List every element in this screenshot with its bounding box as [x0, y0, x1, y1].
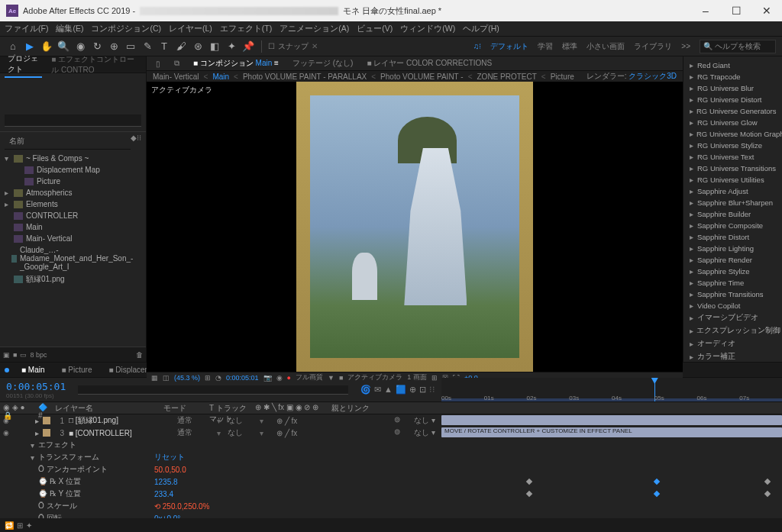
tl-dot[interactable]: [5, 368, 9, 372]
workspace-tab[interactable]: ライブラリ: [634, 41, 672, 52]
tree-item[interactable]: ▾~ Files & Comps ~: [0, 153, 146, 164]
timecode[interactable]: 0:00:05:01: [6, 381, 66, 392]
fx-category[interactable]: ▸カラー補正: [683, 350, 782, 362]
property-row[interactable]: Ö 回転 0x+0.0°: [0, 512, 782, 518]
current-time[interactable]: 0:00:05:01: [226, 374, 259, 382]
workspace-tab[interactable]: >>: [681, 42, 690, 50]
tree-item[interactable]: Picture: [0, 176, 146, 187]
workspace-tab[interactable]: 標準: [562, 41, 577, 52]
trash-icon[interactable]: 🗑: [136, 351, 143, 359]
workspace-tab[interactable]: 学習: [538, 41, 553, 52]
fx-category[interactable]: ▸RG Universe Generators: [683, 105, 782, 117]
menu-item[interactable]: ヘルプ(H): [463, 24, 499, 34]
menu-item[interactable]: アニメーション(A): [280, 24, 349, 34]
menu-item[interactable]: ウィンドウ(W): [400, 24, 455, 34]
tree-item[interactable]: Main- Vertical: [0, 233, 146, 244]
window-minimize[interactable]: –: [690, 0, 721, 21]
comp-marker-icon[interactable]: ▯: [151, 58, 165, 69]
zoom-level[interactable]: (45.3 %): [174, 374, 200, 382]
breadcrumb[interactable]: Photo VOLUME PAINT - PARALLAX: [243, 73, 367, 81]
vc-icon[interactable]: ◉: [276, 374, 283, 382]
rect-tool[interactable]: ▭: [124, 40, 137, 53]
tlh-icon[interactable]: ⊕: [409, 385, 416, 395]
col-track[interactable]: T トラックマット: [206, 402, 252, 414]
breadcrumb[interactable]: ZONE PROTECT: [477, 73, 537, 81]
col-name[interactable]: 名前: [5, 134, 131, 150]
tree-item[interactable]: ▸Elements: [0, 198, 146, 210]
anchor-tool[interactable]: ⊕: [107, 40, 121, 53]
zoom-tool[interactable]: 🔍: [57, 40, 70, 53]
tlf-icon[interactable]: ⊞: [17, 521, 23, 530]
property-row[interactable]: ◂ ◆ ▸ ⌚ ℞ X 位置 1235.8: [0, 476, 782, 488]
vc-icon[interactable]: 📷: [263, 374, 272, 382]
property-row[interactable]: Ö スケール ⟲ 250.0,250.0%: [0, 500, 782, 512]
tlh-icon[interactable]: ▲: [384, 385, 393, 395]
footer-icon[interactable]: ▣: [3, 351, 10, 359]
timeline-tab[interactable]: ■ Picture: [57, 364, 97, 376]
orbit-tool[interactable]: ◉: [73, 40, 87, 53]
footage-tab[interactable]: フッテージ (なし): [288, 56, 357, 70]
vc-icon[interactable]: ▦: [151, 374, 158, 382]
help-search[interactable]: 🔍 ヘルプを検索: [700, 40, 776, 53]
property-row[interactable]: ▾ トランスフォーム リセット: [0, 451, 782, 463]
fx-category[interactable]: ▸RG Universe Text: [683, 151, 782, 163]
fx-category[interactable]: ▸Sapphire Render: [683, 254, 782, 266]
comp-tab[interactable]: ■ コンポジション Main ≡: [189, 56, 283, 70]
layer-row[interactable]: ◉ ▸ 1 □ [額縁01.png] 通常▾ なし▾ ⊕ ╱ fx ⊚ なし ▾: [0, 414, 782, 427]
puppet-tool[interactable]: 📌: [241, 40, 255, 53]
tlh-icon[interactable]: 🟦: [396, 385, 406, 395]
fx-category[interactable]: ▸Sapphire Composite: [683, 220, 782, 231]
menu-item[interactable]: コンポジション(C): [91, 24, 161, 34]
window-close[interactable]: ✕: [751, 0, 782, 21]
vc-icon[interactable]: ◫: [163, 374, 170, 382]
clone-tool[interactable]: ⊛: [191, 40, 205, 53]
fx-category[interactable]: ▸Sapphire Lighting: [683, 243, 782, 254]
type-tool[interactable]: T: [157, 40, 171, 53]
fx-category[interactable]: ▸RG Universe Glow: [683, 117, 782, 128]
tree-item[interactable]: 額縁01.png: [0, 272, 146, 286]
tree-item[interactable]: Displacement Map: [0, 164, 146, 176]
layer-tab[interactable]: ■ レイヤー COLOR CORRECTIONS: [362, 56, 496, 70]
vc-icon[interactable]: ⊞: [431, 374, 438, 382]
tree-item[interactable]: CONTROLLER: [0, 210, 146, 221]
menu-item[interactable]: エフェクト(T): [220, 24, 272, 34]
tlh-icon[interactable]: ⊡: [419, 385, 426, 395]
roto-tool[interactable]: ✦: [225, 40, 238, 53]
menu-item[interactable]: ビュー(V): [357, 24, 393, 34]
fx-category[interactable]: ▸RG Universe Stylize: [683, 140, 782, 151]
fx-category[interactable]: ▸RG Trapcode: [683, 71, 782, 82]
vc-icon[interactable]: ⊞: [205, 374, 211, 382]
fx-category[interactable]: ▸RG Universe Motion Graphics: [683, 128, 782, 140]
layer-row[interactable]: ◉ ▸ 3 ■ [CONTROLLER] 通常▾ なし▾ ⊕ ╱ fx ⊚ なし…: [0, 427, 782, 439]
fx-category[interactable]: ▸RG Universe Blur: [683, 82, 782, 94]
vc-icon[interactable]: ◔: [215, 374, 221, 382]
brush-tool[interactable]: 🖌: [174, 40, 188, 53]
bpc[interactable]: 8 bpc: [30, 351, 47, 359]
fx-category[interactable]: ▸Red Giant: [683, 60, 782, 71]
tree-item[interactable]: ▸Atmospherics: [0, 187, 146, 198]
footer-icon[interactable]: ▭: [20, 351, 27, 359]
property-row[interactable]: ◂ ◆ ▸ ⌚ ℞ Y 位置 233.4: [0, 488, 782, 500]
fx-category[interactable]: ▸Sapphire Blur+Sharpen: [683, 197, 782, 208]
fx-category[interactable]: ▸イマーシブビデオ: [683, 311, 782, 324]
col-layer[interactable]: レイヤー名: [52, 402, 160, 414]
fx-category[interactable]: ▸エクスプレッション制御: [683, 324, 782, 337]
tlf-icon[interactable]: 🔁: [5, 521, 14, 530]
timeline-tab[interactable]: ■ Main: [17, 364, 50, 376]
menu-item[interactable]: レイヤー(L): [169, 24, 212, 34]
breadcrumb[interactable]: Main: [212, 73, 229, 81]
col-mode[interactable]: モード: [160, 402, 206, 414]
fx-category[interactable]: ▸オーディオ: [683, 337, 782, 350]
tlh-icon[interactable]: 🌀: [360, 385, 371, 395]
tlf-icon[interactable]: ✦: [26, 521, 32, 530]
breadcrumb[interactable]: Photo VOLUME PAINT -: [380, 73, 464, 81]
viewer[interactable]: アクティブカメラ: [147, 82, 683, 372]
property-row[interactable]: ▾ エフェクト: [0, 439, 782, 451]
fx-category[interactable]: ▸Video Copilot: [683, 300, 782, 311]
project-search[interactable]: [5, 114, 141, 127]
vc-icon[interactable]: ▼: [328, 374, 334, 382]
footer-icon[interactable]: ■: [13, 351, 17, 359]
comp-flow-icon[interactable]: ⧉: [170, 57, 184, 69]
tree-item[interactable]: Claude_…- Madame_Monet_and_Her_Son_-_Goo…: [0, 244, 146, 272]
menu-item[interactable]: 編集(E): [56, 24, 83, 34]
